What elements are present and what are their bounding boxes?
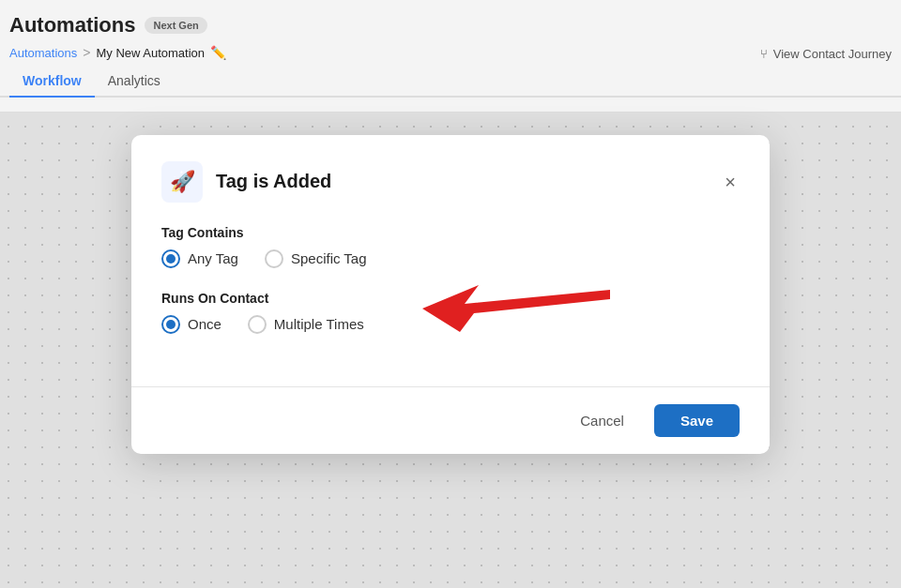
specific-tag-option[interactable]: Specific Tag (265, 249, 367, 268)
once-label: Once (188, 316, 221, 332)
tag-contains-section: Tag Contains Any Tag Specific Tag (161, 225, 740, 268)
tag-contains-label: Tag Contains (161, 225, 740, 240)
modal-header: 🚀 Tag is Added × (161, 161, 740, 203)
any-tag-option[interactable]: Any Tag (161, 249, 238, 268)
modal-body: 🚀 Tag is Added × Tag Contains Any Tag (131, 135, 770, 386)
cancel-button[interactable]: Cancel (565, 405, 639, 436)
save-button[interactable]: Save (654, 404, 740, 437)
modal-close-button[interactable]: × (721, 169, 740, 195)
modal-icon: 🚀 (161, 161, 203, 203)
modal-overlay: 🚀 Tag is Added × Tag Contains Any Tag (0, 0, 901, 588)
modal-footer: Cancel Save (131, 386, 770, 454)
once-radio[interactable] (161, 315, 180, 334)
modal-dialog: 🚀 Tag is Added × Tag Contains Any Tag (131, 135, 770, 454)
modal-title: Tag is Added (216, 171, 331, 192)
specific-tag-radio[interactable] (265, 249, 283, 268)
modal-header-left: 🚀 Tag is Added (161, 161, 331, 203)
runs-on-contact-label: Runs On Contact (161, 291, 740, 306)
tag-contains-radio-group: Any Tag Specific Tag (161, 249, 740, 268)
multiple-times-option[interactable]: Multiple Times (248, 315, 364, 334)
once-option[interactable]: Once (161, 315, 221, 334)
rocket-icon: 🚀 (170, 170, 195, 194)
any-tag-label: Any Tag (188, 250, 238, 266)
runs-on-contact-section: Runs On Contact Once Multiple Times (161, 291, 740, 334)
specific-tag-label: Specific Tag (291, 250, 367, 266)
runs-on-contact-radio-group: Once Multiple Times (161, 315, 740, 334)
multiple-times-label: Multiple Times (274, 316, 364, 332)
any-tag-radio[interactable] (161, 249, 180, 268)
multiple-times-radio[interactable] (248, 315, 267, 334)
